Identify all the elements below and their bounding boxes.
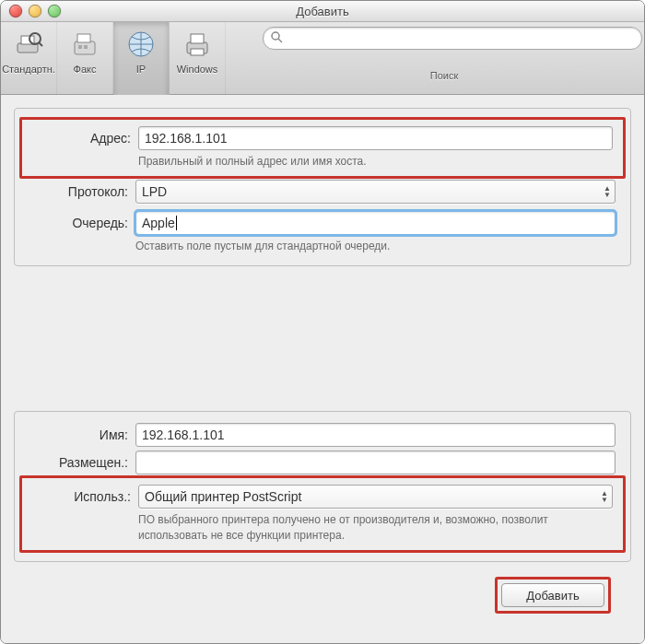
queue-input[interactable]: Apple — [135, 211, 616, 235]
add-button-label: Добавить — [526, 589, 579, 603]
zoom-icon[interactable] — [48, 5, 61, 18]
search-input[interactable] — [263, 27, 642, 50]
text-caret — [176, 216, 177, 230]
svg-point-12 — [272, 32, 279, 40]
add-printer-window: Добавить Стандартн. — [0, 0, 645, 644]
location-input[interactable] — [135, 451, 616, 474]
toolbar-item-ip[interactable]: IP — [113, 22, 170, 100]
address-input[interactable]: 192.168.1.101 — [138, 126, 613, 150]
add-button-highlight: Добавить — [495, 577, 611, 614]
svg-rect-7 — [84, 45, 88, 49]
use-helper: ПО выбранного принтера получено не от пр… — [138, 512, 609, 544]
svg-line-13 — [278, 39, 282, 42]
toolbar-item-label: Windows — [177, 64, 218, 75]
fax-icon — [68, 28, 101, 61]
address-helper: Правильный и полный адрес или имя хоста. — [138, 154, 609, 170]
address-label: Адрес: — [25, 131, 138, 146]
svg-rect-6 — [78, 45, 82, 49]
queue-value: Apple — [142, 216, 175, 230]
name-label: Имя: — [22, 427, 135, 442]
queue-label: Очередь: — [22, 216, 135, 230]
chevron-updown-icon: ▲▼ — [601, 490, 608, 503]
svg-line-3 — [39, 42, 42, 46]
search-area: Поиск — [226, 18, 644, 99]
add-button[interactable]: Добавить — [501, 583, 604, 607]
toolbar-item-label: Стандартн. — [2, 64, 55, 75]
protocol-select[interactable]: LPD ▲▼ — [135, 180, 616, 204]
globe-icon — [124, 28, 158, 61]
printer-search-icon — [12, 28, 45, 61]
location-label: Размещен.: — [22, 455, 135, 470]
name-value: 192.168.1.101 — [142, 427, 225, 442]
address-highlight: Адрес: 192.168.1.101 Правильный и полный… — [19, 117, 626, 179]
close-icon[interactable] — [9, 5, 22, 18]
toolbar-item-label: Факс — [74, 64, 97, 75]
toolbar-item-fax[interactable]: Факс — [57, 22, 113, 100]
protocol-value: LPD — [142, 184, 167, 199]
svg-rect-10 — [191, 34, 204, 43]
dialog-body: Адрес: 192.168.1.101 Правильный и полный… — [1, 95, 644, 643]
search-label: Поиск — [430, 70, 458, 81]
toolbar-item-default[interactable]: Стандартн. — [1, 22, 57, 100]
minimize-icon[interactable] — [29, 5, 41, 18]
queue-helper: Оставить поле пустым для стандартной оче… — [135, 239, 612, 254]
svg-rect-11 — [191, 49, 204, 55]
svg-rect-5 — [77, 34, 90, 42]
address-value: 192.168.1.101 — [145, 131, 228, 146]
printer-info-panel: Имя: 192.168.1.101 Размещен.: Использ.: … — [14, 411, 631, 562]
toolbar-items: Стандартн. Факс — [1, 22, 226, 94]
toolbar-item-windows[interactable]: Windows — [170, 22, 226, 100]
use-select[interactable]: Общий принтер PostScript ▲▼ — [138, 485, 613, 509]
use-value: Общий принтер PostScript — [145, 489, 301, 504]
name-input[interactable]: 192.168.1.101 — [135, 423, 616, 447]
toolbar: Стандартн. Факс — [1, 22, 644, 95]
button-bar: Добавить — [14, 573, 631, 630]
printer-icon — [181, 28, 214, 61]
window-controls — [9, 5, 61, 18]
connection-panel: Адрес: 192.168.1.101 Правильный и полный… — [14, 108, 631, 266]
use-label: Использ.: — [25, 489, 138, 504]
search-icon — [271, 31, 283, 46]
titlebar: Добавить — [1, 1, 644, 22]
chevron-updown-icon: ▲▼ — [604, 185, 611, 198]
protocol-label: Протокол: — [22, 184, 135, 199]
toolbar-item-label: IP — [136, 64, 146, 75]
use-highlight: Использ.: Общий принтер PostScript ▲▼ ПО… — [19, 475, 626, 553]
window-title: Добавить — [1, 5, 644, 18]
